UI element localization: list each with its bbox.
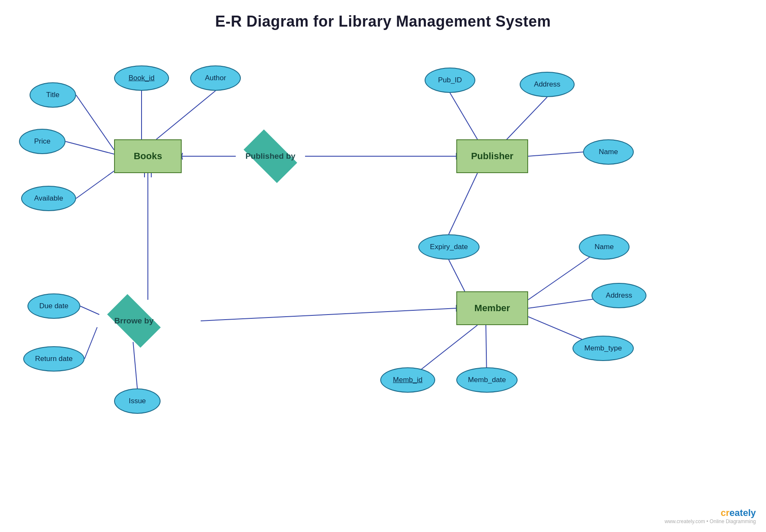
attr-mem-name: Name	[579, 234, 630, 260]
attr-author: Author	[190, 65, 241, 91]
svg-line-6	[182, 153, 183, 156]
entity-books: Books	[114, 139, 182, 173]
attr-issue: Issue	[114, 388, 161, 414]
attr-memb-type: Memb_type	[572, 336, 634, 361]
watermark-eately: eately	[730, 508, 756, 518]
entity-member: Member	[456, 291, 528, 325]
attr-memb-date: Memb_date	[456, 367, 518, 393]
svg-line-3	[65, 141, 114, 154]
relation-published-by: Published by	[236, 135, 305, 177]
attr-available: Available	[21, 186, 76, 211]
svg-line-14	[449, 173, 477, 234]
svg-line-28	[85, 327, 97, 359]
relation-borrow-by: Brrowe by	[99, 300, 169, 342]
entity-publisher: Publisher	[456, 139, 528, 173]
svg-line-7	[182, 156, 183, 160]
attr-pub-id: Pub_ID	[425, 68, 475, 93]
attr-due-date: Due date	[27, 293, 80, 319]
watermark-url: www.creately.com • Online Diagramming	[665, 518, 756, 524]
attr-pub-address: Address	[520, 72, 575, 97]
attr-return-date: Return date	[23, 346, 85, 372]
svg-line-1	[76, 95, 114, 150]
attr-memb-id: Memb_id	[380, 367, 435, 393]
attr-price: Price	[19, 129, 65, 154]
svg-line-24	[201, 308, 456, 321]
svg-line-2	[156, 91, 215, 139]
attr-expiry-date: Expiry_date	[418, 234, 480, 260]
attr-pub-name: Name	[583, 139, 634, 165]
attr-title: Title	[30, 82, 76, 108]
svg-line-13	[528, 152, 583, 156]
svg-line-27	[80, 306, 99, 315]
watermark-cr: cr	[721, 508, 730, 518]
svg-line-11	[450, 93, 477, 139]
svg-line-29	[133, 342, 137, 388]
attr-mem-address: Address	[592, 283, 646, 308]
svg-line-15	[449, 260, 465, 291]
watermark: creately www.creately.com • Online Diagr…	[665, 508, 756, 524]
svg-line-4	[76, 171, 114, 198]
svg-line-12	[503, 97, 547, 144]
page-title: E-R Diagram for Library Management Syste…	[0, 0, 766, 30]
attr-book-id: Book_id	[114, 65, 169, 91]
